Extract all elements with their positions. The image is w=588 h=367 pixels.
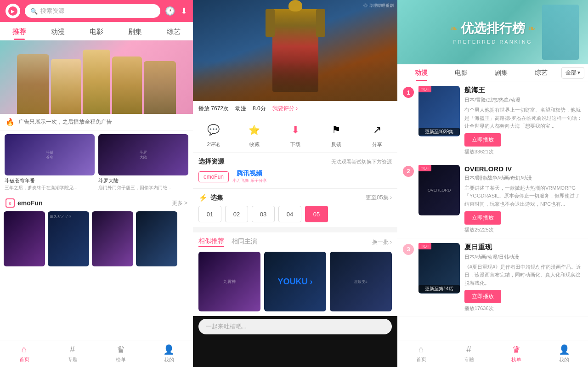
- ranking-subtitle: PREFERRED RANKING: [453, 39, 532, 45]
- more-episodes[interactable]: 更至05集 ›: [366, 194, 392, 202]
- rate-button[interactable]: 我要评分 ›: [272, 105, 298, 113]
- hero-banner: [0, 40, 193, 114]
- tencent-logo: 腾讯视频: [237, 169, 262, 178]
- emofun-item-1[interactable]: ヨスガノソラ: [48, 211, 89, 266]
- emofun-item-2[interactable]: [92, 211, 133, 266]
- content-list: 斗破苍穹 斗破苍穹年番 三年之后，萧炎终于在潇湖学院见... 斗罗大陆 斗罗大陆…: [0, 130, 193, 195]
- similar-tab-cast[interactable]: 相同主演: [232, 237, 257, 247]
- rank-number-2: 2: [403, 166, 414, 177]
- tab-drama[interactable]: 剧集: [116, 22, 154, 40]
- right-nav-profile[interactable]: 👤 我的: [540, 344, 588, 363]
- laurel-right: ❧: [528, 23, 536, 34]
- source-emofun-btn[interactable]: emoFun: [198, 171, 229, 182]
- right-home-icon: ⌂: [418, 344, 424, 355]
- rank-tags-1: 日本/剧情/战争/动画/奇幻/动漫: [464, 175, 582, 181]
- episode-04[interactable]: 04: [278, 206, 301, 222]
- left-nav-profile[interactable]: 👤 我的: [145, 344, 193, 363]
- action-share[interactable]: ↗ 分享: [368, 121, 386, 148]
- content-item-1[interactable]: 斗罗大陆 斗罗大陆 庙门外门弟子唐三，因偷学内门绝...: [96, 134, 190, 191]
- right-panel: ❧ 优选排行榜 ❧ PREFERRED RANKING 动漫 电影 剧集 综艺 …: [397, 0, 588, 367]
- emofun-list: ヨスガノソラ: [0, 211, 193, 270]
- feedback-icon: ⚑: [327, 121, 345, 139]
- tab-recommend[interactable]: 推荐: [0, 22, 39, 40]
- ranking-list: 1 ONE PIECE HOT 更新至1029集 航海王 日本/冒险/励志/热血…: [397, 81, 588, 340]
- similar-item-1[interactable]: YOUKU ›: [264, 252, 326, 311]
- right-nav-ranking[interactable]: ♛ 榜单: [493, 344, 541, 363]
- source-tencent-area[interactable]: 腾讯视频 小刀飞舞 乐子分享: [232, 169, 267, 184]
- ranking-header: ❧ 优选排行榜 ❧ PREFERRED RANKING: [397, 0, 588, 64]
- share-icon: ↗: [368, 121, 386, 139]
- ranking-tab-anime[interactable]: 动漫: [401, 64, 441, 81]
- similar-tab-recommend[interactable]: 相似推荐: [198, 237, 224, 247]
- video-info-bar: 播放 7672次 动漫 8.0分 我要评分 ›: [193, 101, 397, 116]
- youku-logo: YOUKU ›: [278, 277, 313, 287]
- action-feedback[interactable]: ⚑ 反馈: [327, 121, 345, 148]
- download-icon: ⬇: [286, 121, 305, 139]
- video-watermark: ◎ 哔哩哔哩番剧: [363, 3, 394, 9]
- ranking-filter-dropdown[interactable]: 全部 ▾: [561, 67, 584, 79]
- similar-item-2[interactable]: 星辰变2: [330, 252, 392, 311]
- play-now-btn-1[interactable]: 立即播放: [464, 211, 501, 225]
- tab-anime[interactable]: 动漫: [39, 22, 77, 40]
- ranking-tab-drama[interactable]: 剧集: [481, 64, 521, 81]
- video-score: 8.0分: [253, 105, 266, 113]
- action-comment[interactable]: 💬 2评论: [204, 121, 223, 148]
- emofun-section-header: e emoFun 更多 >: [0, 195, 193, 211]
- topic-icon: #: [70, 344, 75, 355]
- episode-02[interactable]: 02: [225, 206, 248, 222]
- tab-variety[interactable]: 综艺: [154, 22, 193, 40]
- play-count-2: 播放17636次: [464, 305, 582, 312]
- emofun-icon: e: [6, 198, 15, 208]
- play-now-btn-0[interactable]: 立即播放: [464, 133, 501, 147]
- left-nav-ranking[interactable]: ♛ 榜单: [96, 344, 145, 363]
- laurel-left: ❧: [450, 23, 458, 34]
- left-nav-topic[interactable]: # 专题: [48, 344, 96, 363]
- content-item-0[interactable]: 斗破苍穹 斗破苍穹年番 三年之后，萧炎终于在潇湖学院见...: [3, 134, 96, 191]
- left-bottom-nav: ⌂ 首页 # 专题 ♛ 榜单 👤 我的: [0, 340, 193, 367]
- comment-icon: 💬: [204, 121, 223, 139]
- fire-icon: 🔥: [6, 118, 15, 126]
- history-icon[interactable]: 🕐: [165, 6, 175, 16]
- comment-input[interactable]: 一起来吐槽吧...: [198, 319, 392, 334]
- similar-section: 相似推荐 相同主演 换一批 › 九霄神 YOUKU › 星辰变2: [193, 230, 397, 316]
- middle-panel: ◎ 哔哩哔哩番剧 播放 7672次 动漫 8.0分 我要评分 › 💬 2评论 ⭐…: [193, 0, 397, 367]
- action-favorite[interactable]: ⭐ 收藏: [245, 121, 264, 148]
- video-area[interactable]: ◎ 哔哩哔哩番剧: [193, 0, 397, 101]
- source-watermark: 小刀飞舞 乐子分享: [232, 178, 267, 184]
- search-bar[interactable]: 🔍 搜索资源: [25, 4, 160, 18]
- similar-item-0[interactable]: 九霄神: [198, 252, 260, 311]
- right-nav-home[interactable]: ⌂ 首页: [397, 344, 445, 363]
- episode-03[interactable]: 03: [252, 206, 275, 222]
- rank-desc-0: 有个男人他拥有世界上一切财富、名望和权势，他就是「海盗王」高路德·罗杰在临死前说…: [464, 106, 582, 130]
- source-section: 选择资源 无法观看尝试切换下方资源 emoFun 腾讯视频 小刀飞舞 乐子分享: [193, 153, 397, 188]
- swap-batch-btn[interactable]: 换一批 ›: [372, 238, 392, 246]
- episode-section: ⚡ 选集 更至05集 › 01 02 03 04 05: [193, 188, 397, 227]
- tab-movie[interactable]: 电影: [77, 22, 116, 40]
- rank-desc-1: 主要讲述了某天，一款掀起大热潮的VRMMORPG「YGGDRASIL」原本会停止…: [464, 184, 582, 209]
- emofun-item-3[interactable]: [136, 211, 177, 266]
- emofun-item-0[interactable]: [4, 211, 45, 266]
- right-nav-topic[interactable]: # 专题: [445, 344, 493, 363]
- ranking-tab-movie[interactable]: 电影: [441, 64, 481, 81]
- episode-grid: 01 02 03 04 05: [198, 206, 392, 222]
- episode-05[interactable]: 05: [305, 206, 328, 222]
- star-icon: ⭐: [245, 121, 264, 139]
- rank-number-3: 3: [403, 244, 414, 255]
- download-icon[interactable]: ⬇: [181, 6, 187, 16]
- left-nav-home[interactable]: ⌂ 首页: [0, 344, 48, 363]
- right-topic-icon: #: [466, 344, 471, 355]
- play-now-btn-2[interactable]: 立即播放: [464, 290, 501, 303]
- emofun-more-link[interactable]: 更多 >: [172, 199, 187, 207]
- action-download[interactable]: ⬇ 下载: [286, 121, 305, 148]
- profile-icon: 👤: [163, 344, 175, 355]
- play-count: 播放 7672次: [198, 105, 229, 113]
- ranking-tab-variety[interactable]: 综艺: [521, 64, 561, 81]
- play-count-1: 播放25225次: [464, 226, 582, 233]
- ranking-item-0: 1 ONE PIECE HOT 更新至1029集 航海王 日本/冒险/励志/热血…: [397, 81, 588, 160]
- app-logo: ▶: [6, 4, 20, 18]
- ranking-tabs: 动漫 电影 剧集 综艺 全部 ▾: [397, 64, 588, 81]
- ranking-item-2: 3 夏日重现 HOT 更新至第14话 夏日重现 日本/动画/动漫/日韩动漫 《#…: [397, 238, 588, 317]
- episode-01[interactable]: 01: [198, 206, 221, 222]
- left-nav-tabs: 推荐 动漫 电影 剧集 综艺: [0, 22, 193, 40]
- episode-title-text: 选集: [210, 194, 223, 202]
